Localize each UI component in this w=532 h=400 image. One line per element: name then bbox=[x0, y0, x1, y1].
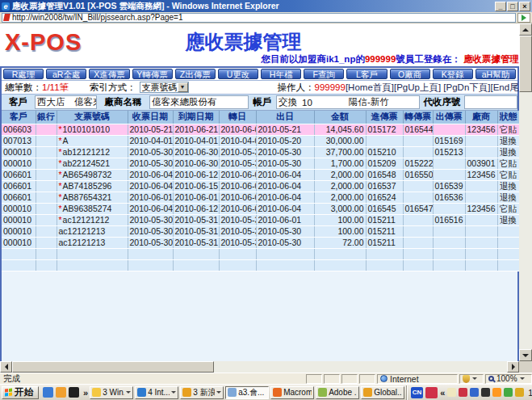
toolbar-button-6[interactable]: U更改 bbox=[218, 69, 258, 79]
total-count-label: 總筆數： bbox=[5, 82, 42, 94]
toolbar-button-5[interactable]: Z出傳票 bbox=[175, 69, 216, 79]
tray-collapse-chevron[interactable]: « bbox=[440, 388, 445, 398]
table-row-3[interactable]: 000010*ab121212122010-05-302010-06-30201… bbox=[2, 146, 519, 158]
table-row-5[interactable]: 006601*AB654987322010-06-042010-06-12201… bbox=[2, 169, 519, 180]
table-row-9[interactable]: 000010*ac121212122010-05-302010-05-31201… bbox=[2, 214, 519, 225]
cell-empty bbox=[403, 259, 433, 271]
minimize-button[interactable]: _ bbox=[495, 2, 506, 11]
index-mode-select[interactable]: 支票號碼 ▼ bbox=[140, 82, 189, 93]
security-tray-icon[interactable] bbox=[459, 388, 467, 397]
cell-empty bbox=[36, 248, 57, 259]
account-bank-value[interactable]: 陽信-新竹 bbox=[347, 95, 420, 109]
maximize-button[interactable]: □ bbox=[507, 2, 518, 11]
table-row-7[interactable]: 006601*AB876543212010-06-012010-06-01201… bbox=[2, 192, 519, 203]
table-row-6[interactable]: 006601*AB741852962010-06-042010-06-15201… bbox=[2, 180, 519, 192]
taskbar-button-5[interactable]: Macrom... bbox=[270, 386, 314, 399]
cell-amount: 2,000.00 bbox=[314, 192, 366, 203]
taskbar-button-1[interactable]: 3 Win... bbox=[90, 386, 133, 399]
scroll-right-button[interactable] bbox=[507, 361, 519, 373]
cell-issue-date: 2010-05-30 bbox=[256, 225, 314, 237]
cell-out-voucher bbox=[433, 124, 465, 135]
scroll-down-button[interactable] bbox=[519, 349, 532, 361]
cell-in-voucher: 015211 bbox=[366, 214, 403, 225]
cell-receive-date: 2010-04-01 bbox=[128, 135, 173, 146]
table-row-2[interactable]: 007013*A2010-04-012010-04-012010-04-0120… bbox=[2, 135, 519, 146]
scroll-left-button[interactable] bbox=[0, 361, 12, 373]
cell-transfer-voucher: 016547 bbox=[403, 203, 433, 214]
taskbar-button-2[interactable]: 4 Int... bbox=[135, 386, 178, 399]
qq-tray-icon[interactable] bbox=[481, 388, 490, 397]
quick-launch-overflow-chevron[interactable]: » bbox=[83, 388, 88, 398]
cell-out-voucher: 015169 bbox=[433, 135, 465, 146]
notepad-tray-icon[interactable] bbox=[447, 388, 456, 397]
taskbar-button-6[interactable]: Adobe ... bbox=[316, 386, 359, 399]
account-type-value[interactable]: 交換 bbox=[276, 95, 300, 109]
horizontal-scroll-thumb[interactable] bbox=[12, 361, 214, 373]
taskbar-button-label: Global... bbox=[374, 388, 402, 397]
protected-mode-pane[interactable] bbox=[459, 374, 484, 384]
pager-links[interactable]: [Home首頁][PgUp上頁] [PgDn下頁][End尾頁] bbox=[346, 82, 519, 94]
cell-transfer-date: 2010-06-04 bbox=[219, 203, 256, 214]
vertical-scroll-thumb[interactable] bbox=[519, 36, 532, 92]
table-row-10[interactable]: 000010ac121212132010-05-302010-05-312010… bbox=[2, 225, 519, 237]
status-pane-3 bbox=[341, 374, 358, 384]
cell-bank bbox=[36, 169, 57, 180]
taskbar-button-3[interactable]: 3 新浪UC bbox=[180, 386, 224, 399]
toolbar-button-2[interactable]: aR全處 bbox=[46, 69, 86, 79]
cell-bank bbox=[36, 158, 57, 169]
toolbar-button-3[interactable]: X進傳票 bbox=[89, 69, 129, 79]
chevron-down-icon bbox=[472, 377, 477, 380]
toolbar-button-10[interactable]: O廠商 bbox=[390, 69, 430, 79]
toolbar-button-4[interactable]: Y轉傳票 bbox=[132, 69, 173, 79]
vendor-name-input[interactable]: 億客來總股份有 bbox=[149, 95, 249, 109]
login-notice-part-2: 999999 bbox=[365, 54, 396, 64]
taskbar-button-7[interactable]: Global... bbox=[361, 386, 404, 399]
required-star: * bbox=[59, 170, 62, 179]
address-input[interactable]: http://win2008/tw/IN_Bill/pjssearch.asp?… bbox=[2, 13, 516, 23]
messenger-tray-icon[interactable] bbox=[470, 388, 479, 397]
folder-icon bbox=[92, 388, 101, 397]
table-row-8[interactable]: 000010*AB963852742010-06-042010-06-12201… bbox=[2, 203, 519, 214]
zoom-control[interactable]: 100% bbox=[485, 374, 532, 384]
cell-empty bbox=[128, 248, 173, 259]
chevron-down-icon[interactable] bbox=[126, 391, 131, 394]
launch-qq-icon[interactable] bbox=[69, 387, 79, 398]
scroll-up-button[interactable] bbox=[519, 23, 532, 36]
go-button[interactable] bbox=[517, 13, 530, 23]
chevron-down-icon[interactable] bbox=[216, 391, 221, 394]
collection-serial-input[interactable] bbox=[464, 95, 517, 109]
toolbar-button-12[interactable]: aH幫助 bbox=[475, 69, 516, 79]
cell-empty bbox=[497, 248, 519, 259]
close-button[interactable]: × bbox=[519, 2, 530, 11]
toolbar-button-9[interactable]: L客戶 bbox=[346, 69, 387, 79]
table-row-11[interactable]: 000010ac121212132010-05-302010-05-312010… bbox=[2, 237, 519, 248]
taskbar-button-4[interactable]: a3.會... bbox=[225, 386, 269, 399]
toolbar-button-8[interactable]: F查詢 bbox=[304, 69, 344, 79]
launch-mail-icon[interactable] bbox=[56, 387, 66, 398]
cell-in-voucher bbox=[366, 135, 403, 146]
horizontal-scrollbar[interactable] bbox=[0, 361, 519, 373]
tray-red-badge[interactable] bbox=[425, 387, 438, 398]
start-button[interactable]: 开始 bbox=[2, 386, 39, 399]
toolbar-button-11[interactable]: K登錄 bbox=[433, 69, 473, 79]
chevron-down-icon[interactable]: ▼ bbox=[178, 82, 188, 92]
table-row-1[interactable]: 006603*10101010102010-05-212010-06-21201… bbox=[2, 124, 519, 135]
shield-tray-icon[interactable] bbox=[515, 388, 524, 397]
account-number-value[interactable]: 10 bbox=[300, 95, 347, 109]
arrow-left-icon bbox=[5, 364, 8, 370]
vertical-scrollbar[interactable] bbox=[519, 23, 532, 361]
toolbar-button-7[interactable]: H年檔 bbox=[261, 69, 301, 79]
ime-language-badge[interactable]: CN bbox=[411, 387, 423, 398]
table-row-4[interactable]: 000010*ab221245212010-05-302010-06-30201… bbox=[2, 158, 519, 169]
cell-vendor: 003901 bbox=[465, 158, 497, 169]
cell-transfer-voucher: 016544 bbox=[403, 124, 433, 135]
cell-empty bbox=[2, 248, 36, 259]
favorites-tray-icon[interactable] bbox=[492, 388, 501, 397]
window-titlebar[interactable]: e 應收票據管理V1.01 [X-POS 雲端商務網] - Windows In… bbox=[0, 0, 532, 12]
calendar-tray-icon[interactable] bbox=[504, 388, 513, 397]
toolbar-button-1[interactable]: R處理 bbox=[3, 69, 44, 79]
launch-desktop-icon[interactable] bbox=[43, 387, 53, 398]
customer-input[interactable]: 西大店 億客來 bbox=[35, 95, 97, 109]
table-empty-row-1 bbox=[2, 248, 519, 259]
chevron-down-icon[interactable] bbox=[171, 391, 176, 394]
